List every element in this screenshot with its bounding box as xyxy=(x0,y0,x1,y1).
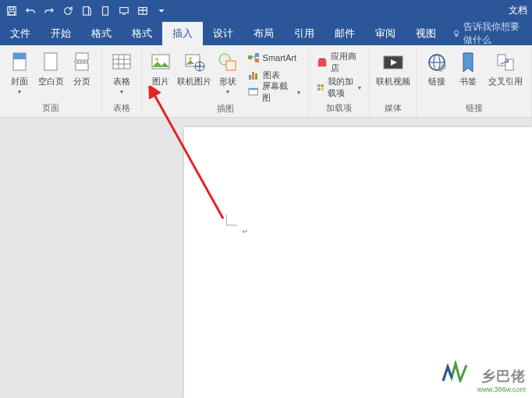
store-button[interactable]: 应用商店 xyxy=(317,55,361,70)
redo-icon[interactable] xyxy=(41,2,58,20)
group-pages-label: 页面 xyxy=(42,101,59,115)
online-video-button[interactable]: 联机视频 xyxy=(374,48,412,88)
tab-design[interactable]: 设计 xyxy=(203,22,243,45)
cross-reference-icon xyxy=(493,50,518,75)
paragraph-mark: ↵ xyxy=(242,227,248,236)
svg-rect-29 xyxy=(318,60,327,66)
tab-format1[interactable]: 格式 xyxy=(81,22,122,45)
lightbulb-icon xyxy=(452,28,460,39)
cover-page-button[interactable]: 封面▾ xyxy=(5,48,34,97)
svg-rect-20 xyxy=(226,61,236,70)
shapes-icon xyxy=(215,50,240,75)
svg-rect-22 xyxy=(255,53,259,57)
svg-rect-3 xyxy=(83,7,89,16)
svg-rect-31 xyxy=(321,84,324,87)
svg-rect-25 xyxy=(252,72,254,80)
document-canvas[interactable]: ↵ xyxy=(0,118,532,398)
page-break-icon xyxy=(69,50,94,75)
svg-rect-1 xyxy=(9,7,13,10)
quick-access-toolbar: 文档 xyxy=(0,0,532,22)
tab-review[interactable]: 审阅 xyxy=(365,22,406,45)
group-pages: 封面▾ 空白页 分页 页面 xyxy=(0,45,102,117)
tab-view[interactable]: 视图 xyxy=(406,22,446,45)
svg-rect-2 xyxy=(9,12,15,15)
new-icon[interactable] xyxy=(78,2,95,20)
hyperlink-button[interactable]: 链接 xyxy=(422,48,452,88)
page-icon[interactable] xyxy=(97,2,114,20)
customize-qat-icon[interactable] xyxy=(153,2,170,20)
svg-point-7 xyxy=(455,30,459,34)
svg-rect-28 xyxy=(248,88,257,90)
table-grid-icon xyxy=(109,50,134,75)
svg-rect-13 xyxy=(113,55,130,69)
svg-rect-39 xyxy=(505,59,513,70)
page-break-button[interactable]: 分页 xyxy=(67,48,97,88)
cross-reference-button[interactable]: 交叉引用 xyxy=(484,48,527,88)
screenshot-button[interactable]: 屏幕截图▾ xyxy=(247,84,301,100)
online-picture-icon xyxy=(182,50,207,75)
svg-rect-23 xyxy=(255,59,259,62)
smartart-button[interactable]: SmartArt xyxy=(247,50,301,66)
group-media-label: 媒体 xyxy=(385,101,402,115)
svg-rect-32 xyxy=(318,88,321,91)
blank-page-button[interactable]: 空白页 xyxy=(36,48,66,88)
pictures-button[interactable]: 图片 xyxy=(147,48,175,88)
table-icon[interactable] xyxy=(134,2,151,20)
watermark: 乡巴佬 www.386w.com xyxy=(477,367,526,393)
margin-corner-icon xyxy=(226,211,240,226)
tab-insert[interactable]: 插入 xyxy=(162,22,203,45)
save-icon[interactable] xyxy=(3,2,20,20)
tab-mailings[interactable]: 邮件 xyxy=(325,22,365,45)
tell-me-label: 告诉我你想要做什么 xyxy=(463,20,526,47)
group-links-label: 链接 xyxy=(466,101,483,115)
tab-file[interactable]: 文件 xyxy=(0,22,41,45)
svg-rect-21 xyxy=(248,55,252,59)
svg-rect-4 xyxy=(103,7,108,16)
watermark-url: www.386w.com xyxy=(477,386,526,393)
svg-rect-11 xyxy=(76,53,88,60)
shapes-button[interactable]: 形状▾ xyxy=(214,48,242,97)
svg-point-15 xyxy=(155,58,158,61)
group-tables: 表格▾ 表格 xyxy=(102,45,142,117)
tab-layout[interactable]: 布局 xyxy=(243,22,284,45)
watermark-text: 乡巴佬 xyxy=(481,367,526,386)
ribbon-insert: 封面▾ 空白页 分页 页面 表格▾ 表格 图片 xyxy=(0,45,532,118)
document-page[interactable]: ↵ xyxy=(184,127,532,398)
tab-home[interactable]: 开始 xyxy=(41,22,81,45)
picture-icon xyxy=(148,50,173,75)
hyperlink-icon xyxy=(424,50,449,75)
svg-point-17 xyxy=(189,57,192,60)
svg-rect-26 xyxy=(255,73,257,80)
svg-rect-12 xyxy=(76,63,88,70)
svg-rect-24 xyxy=(249,75,251,80)
group-illustrations-label: 插图 xyxy=(217,101,234,116)
group-tables-label: 表格 xyxy=(113,101,130,115)
undo-icon[interactable] xyxy=(22,2,39,20)
svg-rect-30 xyxy=(318,84,321,87)
table-button[interactable]: 表格▾ xyxy=(107,48,137,97)
group-media: 联机视频 媒体 xyxy=(370,45,417,117)
blank-page-icon xyxy=(38,50,63,75)
tab-references[interactable]: 引用 xyxy=(284,22,325,45)
group-illustrations: 图片 联机图片 形状▾ SmartArt 图表 屏幕截图▾ 插图 xyxy=(142,45,309,117)
group-links: 链接 书签 交叉引用 链接 xyxy=(417,45,532,117)
video-icon xyxy=(381,50,406,75)
tab-format2[interactable]: 格式 xyxy=(122,22,162,45)
tell-me-search[interactable]: 告诉我你想要做什么 xyxy=(446,22,532,45)
group-addins: 应用商店 我的加载项▾ 加载项 xyxy=(309,45,370,117)
online-pictures-button[interactable]: 联机图片 xyxy=(176,48,212,88)
document-name: 文档 xyxy=(509,4,527,17)
refresh-icon[interactable] xyxy=(59,2,76,20)
my-addins-button[interactable]: 我的加载项▾ xyxy=(317,80,361,95)
bookmark-button[interactable]: 书签 xyxy=(453,48,483,88)
group-addins-label: 加载项 xyxy=(326,101,352,115)
svg-rect-9 xyxy=(13,53,26,59)
svg-rect-10 xyxy=(44,53,57,70)
svg-rect-33 xyxy=(321,88,324,91)
svg-rect-5 xyxy=(120,8,129,13)
screen-icon[interactable] xyxy=(115,2,133,20)
bookmark-icon xyxy=(456,50,481,75)
ribbon-tabs: 文件 开始 格式 格式 插入 设计 布局 引用 邮件 审阅 视图 告诉我你想要做… xyxy=(0,22,532,45)
watermark-logo-icon xyxy=(442,361,470,382)
cover-page-icon xyxy=(7,50,32,75)
